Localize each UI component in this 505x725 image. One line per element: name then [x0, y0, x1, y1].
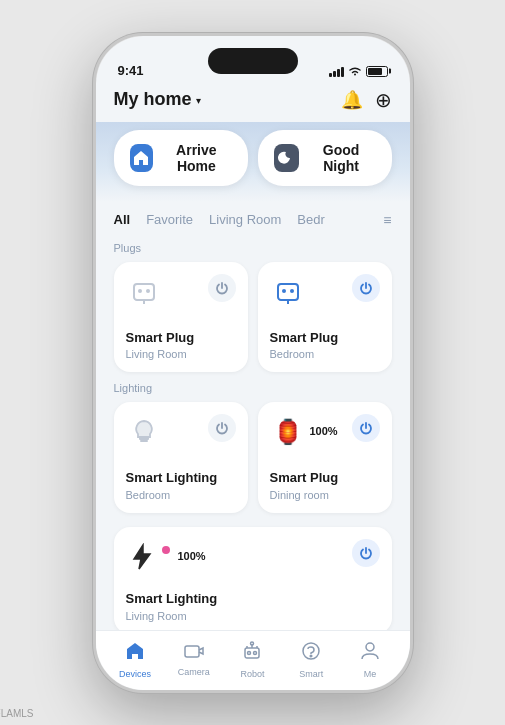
device-card-plug-1[interactable]: Smart Plug Living Room	[114, 262, 248, 373]
header: My home ▾ 🔔 ⊕	[96, 84, 410, 122]
nav-camera[interactable]: Camera	[164, 643, 223, 677]
power-button-light-2[interactable]	[352, 414, 380, 442]
smart-nav-label: Smart	[299, 669, 323, 679]
phone-screen: 9:41	[96, 36, 410, 690]
power-button-plug-2[interactable]	[352, 274, 380, 302]
watermark: SWFLAMLS	[0, 708, 34, 719]
svg-point-17	[366, 643, 374, 651]
status-icons	[329, 65, 388, 78]
tab-all[interactable]: All	[114, 212, 131, 227]
tab-menu-icon[interactable]: ≡	[383, 212, 391, 228]
devices-nav-label: Devices	[119, 669, 151, 679]
smart-nav-icon	[301, 641, 321, 666]
plug-icon-1	[126, 274, 162, 310]
device-location-plug-1: Living Room	[126, 348, 236, 360]
device-name-plug-2: Smart Plug	[270, 330, 380, 347]
nav-smart[interactable]: Smart	[282, 641, 341, 679]
light-3-percentage: 100%	[178, 550, 206, 562]
tab-bedroom[interactable]: Bedr	[297, 212, 324, 227]
device-location-plug-2: Bedroom	[270, 348, 380, 360]
svg-point-5	[282, 289, 286, 293]
device-card-plug-2[interactable]: Smart Plug Bedroom	[258, 262, 392, 373]
svg-point-16	[310, 655, 312, 657]
chevron-down-icon: ▾	[196, 95, 201, 106]
device-card-light-3[interactable]: 100% Smart Lighting Living Room	[114, 527, 392, 634]
header-actions: 🔔 ⊕	[341, 88, 392, 112]
svg-rect-9	[140, 440, 148, 442]
pink-dot-indicator	[162, 546, 170, 554]
filter-tabs: All Favorite Living Room Bedr ≡	[96, 202, 410, 236]
home-title: My home	[114, 89, 192, 110]
robot-nav-label: Robot	[240, 669, 264, 679]
nav-me[interactable]: Me	[341, 641, 400, 679]
svg-point-1	[138, 289, 142, 293]
lamp-icon-2: 🏮	[270, 414, 306, 450]
camera-nav-icon	[184, 643, 204, 664]
power-button-plug-1[interactable]	[208, 274, 236, 302]
wifi-icon	[348, 65, 362, 78]
power-button-light-1[interactable]	[208, 414, 236, 442]
svg-rect-0	[134, 284, 154, 300]
signal-icon	[329, 65, 344, 77]
notifications-button[interactable]: 🔔	[341, 89, 363, 111]
nav-robot[interactable]: Robot	[223, 641, 282, 679]
svg-point-6	[290, 289, 294, 293]
device-card-light-2[interactable]: 🏮 100% Smart Plug Dining room	[258, 402, 392, 513]
devices-nav-icon	[125, 641, 145, 666]
tab-favorite[interactable]: Favorite	[146, 212, 193, 227]
lighting-grid: Smart Lighting Bedroom 🏮 100%	[96, 402, 410, 513]
good-night-label: Good Night	[307, 142, 376, 174]
status-time: 9:41	[118, 63, 144, 78]
me-nav-icon	[361, 641, 379, 666]
device-card-light-1[interactable]: Smart Lighting Bedroom	[114, 402, 248, 513]
svg-point-2	[146, 289, 150, 293]
device-name-plug-1: Smart Plug	[126, 330, 236, 347]
plugs-section-label: Plugs	[96, 236, 410, 262]
arrive-home-button[interactable]: Arrive Home	[114, 130, 248, 186]
svg-point-12	[248, 652, 251, 655]
device-location-light-1: Bedroom	[126, 489, 236, 501]
svg-rect-4	[278, 284, 298, 300]
robot-nav-icon	[243, 641, 261, 666]
good-night-icon	[274, 144, 299, 172]
camera-nav-label: Camera	[178, 667, 210, 677]
good-night-button[interactable]: Good Night	[258, 130, 392, 186]
svg-rect-10	[185, 646, 199, 657]
add-button[interactable]: ⊕	[375, 88, 392, 112]
svg-point-13	[254, 652, 257, 655]
power-button-light-3[interactable]	[352, 539, 380, 567]
device-name-light-3: Smart Lighting	[126, 591, 380, 608]
gradient-area: Arrive Home Good Night	[96, 122, 410, 202]
svg-point-14	[251, 642, 254, 645]
main-content: All Favorite Living Room Bedr ≡ Plugs	[96, 202, 410, 690]
arrive-home-icon	[130, 144, 154, 172]
bulb-icon-1	[126, 414, 162, 450]
device-location-light-3: Living Room	[126, 610, 380, 622]
me-nav-label: Me	[364, 669, 377, 679]
nav-devices[interactable]: Devices	[106, 641, 165, 679]
plug-icon-2	[270, 274, 306, 310]
plugs-grid: Smart Plug Living Room	[96, 262, 410, 373]
dynamic-island	[208, 48, 298, 74]
tab-living-room[interactable]: Living Room	[209, 212, 281, 227]
header-title[interactable]: My home ▾	[114, 89, 201, 110]
battery-icon	[366, 66, 388, 77]
lighting-section-label: Lighting	[96, 376, 410, 402]
bottom-nav: Devices Camera	[96, 630, 410, 690]
device-name-light-2: Smart Plug	[270, 470, 380, 487]
lightning-icon-3	[126, 539, 158, 575]
scene-buttons: Arrive Home Good Night	[114, 130, 392, 186]
svg-rect-8	[139, 437, 149, 440]
device-name-light-1: Smart Lighting	[126, 470, 236, 487]
device-location-light-2: Dining room	[270, 489, 380, 501]
phone-frame: 9:41	[93, 33, 413, 693]
light-2-percentage: 100%	[310, 425, 338, 437]
arrive-home-label: Arrive Home	[161, 142, 231, 174]
